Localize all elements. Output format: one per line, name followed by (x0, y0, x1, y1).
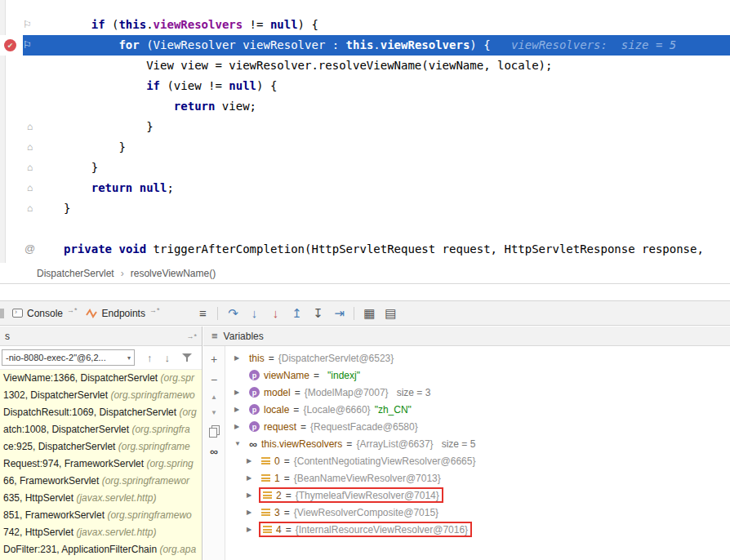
code-line[interactable]: return null; (0, 178, 730, 198)
run-to-cursor-icon[interactable]: ⇥ (328, 307, 349, 319)
watch-icon: ∞ (249, 438, 257, 450)
bookmark-flag-icon[interactable]: ⚐ (23, 20, 32, 29)
stack-frame[interactable]: Request:974, FrameworkServlet (org.sprin… (0, 456, 202, 473)
expand-arrow-icon[interactable]: ▶ (247, 491, 259, 499)
variable-row[interactable]: pviewName="indexj" (226, 367, 730, 384)
expand-arrow-icon[interactable]: ▶ (234, 389, 247, 396)
filter-icon[interactable] (182, 353, 192, 362)
variable-row[interactable]: ▶1={BeanNameViewResolver@7013} (226, 469, 730, 487)
variable-content: 1={BeanNameViewResolver@7013} (259, 470, 443, 486)
variable-name: model (264, 387, 291, 398)
code-token: ) { (298, 18, 318, 31)
show-watches-icon[interactable]: ∞ (210, 446, 218, 457)
remove-watch-icon[interactable]: − (211, 374, 217, 385)
tab-endpoints[interactable]: Endpoints →* (86, 308, 160, 319)
breadcrumb-method[interactable]: resolveViewName() (131, 268, 216, 279)
array-element-icon (261, 457, 270, 465)
frame-package: (javax.servlet.http) (76, 492, 156, 504)
frame-location: atch:1008, DispatcherServlet (3, 424, 131, 435)
code-line[interactable]: return view; (0, 96, 730, 117)
expand-arrow-icon[interactable]: ▶ (247, 509, 259, 516)
variable-row[interactable]: ▶4={InternalResourceViewResolver@7016} (226, 521, 730, 538)
variable-value: {BeanNameViewResolver@7013} (294, 473, 441, 484)
step-into-icon[interactable]: ↓ (243, 307, 265, 319)
add-watch-icon[interactable]: + (211, 353, 217, 365)
layout-settings-icon[interactable]: ▤ (380, 307, 401, 319)
stack-frame[interactable]: 742, HttpServlet (javax.servlet.http) (0, 524, 202, 541)
stack-frame[interactable]: DoFilter:231, ApplicationFilterChain (or… (0, 541, 202, 558)
stack-frame[interactable]: ce:925, DispatcherServlet (org.springfra… (0, 438, 202, 456)
variable-row[interactable]: ▶pmodel={ModelMap@7007}size = 3 (226, 384, 730, 401)
code-line[interactable]: } (0, 198, 730, 219)
current-execution-line[interactable]: for (ViewResolver viewResolver : this.vi… (0, 35, 730, 56)
code-line[interactable]: if (view != null) { (0, 76, 730, 96)
stack-frame[interactable]: atch:1008, DispatcherServlet (org.spring… (0, 421, 202, 438)
endpoints-tab-pin-icon[interactable]: →* (149, 306, 160, 314)
drop-frame-icon[interactable]: ↧ (307, 307, 328, 319)
previous-frame-icon[interactable]: ↑ (147, 352, 153, 364)
breadcrumb: DispatcherServlet › resolveViewName() (0, 263, 730, 284)
fold-marker-icon[interactable]: ⌂ (27, 122, 33, 131)
variable-content: prequest={RequestFacade@6580} (247, 419, 421, 434)
expand-arrow-icon[interactable]: ▶ (247, 457, 259, 464)
code-line[interactable]: } (0, 137, 730, 158)
parameter-icon: p (249, 387, 260, 398)
force-step-into-icon[interactable]: ↓ (265, 307, 286, 319)
stack-frame[interactable]: ViewName:1366, DispatcherServlet (org.sp… (0, 370, 202, 387)
code-line[interactable]: private void triggerAfterCompletion(Http… (0, 239, 730, 260)
copy-icon[interactable] (209, 425, 220, 437)
code-line[interactable]: } (0, 117, 730, 137)
bookmark-flag-icon[interactable]: ⚐ (23, 40, 32, 50)
fold-marker-icon[interactable]: ⌂ (27, 203, 33, 213)
variable-row[interactable]: ▶3={ViewResolverComposite@7015} (226, 504, 730, 521)
view-as-table-icon[interactable]: ▦ (358, 307, 380, 319)
scroll-up-icon[interactable]: ▲ (211, 394, 217, 401)
stack-frame[interactable]: 851, FrameworkServlet (org.springframewo (0, 507, 202, 524)
stack-frame[interactable]: 66, FrameworkServlet (org.springframewor (0, 473, 202, 490)
collapse-arrow-icon[interactable]: ▼ (234, 440, 247, 447)
stack-frame[interactable]: DispatchResult:1069, DispatcherServlet (… (0, 404, 202, 421)
tab-console[interactable]: Console →* (12, 308, 78, 319)
variable-row[interactable]: ▶prequest={RequestFacade@6580} (226, 418, 730, 435)
fold-marker-icon[interactable]: ⌂ (27, 162, 33, 172)
expand-arrow-icon[interactable]: ▶ (234, 354, 247, 362)
expand-arrow-icon[interactable]: ▶ (234, 406, 247, 413)
variables-menu-icon[interactable]: ≡ (211, 330, 218, 342)
code-line[interactable]: } (0, 158, 730, 178)
stack-frame[interactable]: 635, HttpServlet (javax.servlet.http) (0, 490, 202, 507)
code-token: view; (215, 100, 256, 113)
fold-marker-icon[interactable]: ⌂ (27, 142, 33, 152)
fold-marker-icon[interactable]: ⌂ (27, 183, 33, 193)
expand-arrow-icon[interactable]: ▶ (247, 526, 259, 533)
thread-dropdown[interactable]: -nio-8080-exec-2"@6,2... ▾ (2, 349, 135, 366)
console-tab-label: Console (27, 308, 63, 319)
hamburger-icon[interactable]: ≡ (192, 307, 213, 319)
variable-row[interactable]: ▶0={ContentNegotiatingViewResolver@6665} (226, 452, 730, 469)
expand-arrow-icon[interactable]: ▶ (234, 423, 247, 430)
variable-value: {ViewResolverComposite@7015} (294, 507, 438, 518)
next-frame-icon[interactable]: ↓ (165, 352, 171, 364)
variable-row[interactable]: ▶2={ThymeleafViewResolver@7014} (226, 487, 730, 504)
console-tab-pin-icon[interactable]: →* (67, 306, 78, 314)
array-element-glyph (261, 474, 270, 482)
code-line[interactable]: if (this.viewResolvers != null) { (0, 15, 730, 35)
variable-content: ∞this.viewResolvers={ArrayList@6637}size… (247, 436, 478, 451)
variable-row[interactable]: ▶plocale={Locale@6660}"zh_CN" (226, 401, 730, 418)
code-line[interactable] (0, 219, 730, 239)
frames-pin-icon[interactable]: →* (186, 332, 197, 340)
equals-sign: = (284, 507, 290, 518)
breadcrumb-class[interactable]: DispatcherServlet (37, 268, 114, 279)
breakpoint-icon[interactable]: ✔ (4, 39, 16, 51)
variable-row[interactable]: ▼∞this.viewResolvers={ArrayList@6637}siz… (226, 435, 730, 452)
variable-row[interactable]: ▶this={DispatcherServlet@6523} (226, 349, 730, 367)
code-token: . (373, 38, 380, 51)
stack-frame[interactable]: 1302, DispatcherServlet (org.springframe… (0, 387, 202, 404)
code-editor: if (this.viewResolvers != null) { for (V… (0, 0, 730, 263)
expand-arrow-icon[interactable]: ▶ (247, 474, 259, 482)
frame-package: (org.springfra (131, 424, 189, 435)
code-line[interactable]: View view = viewResolver.resolveViewName… (0, 56, 730, 76)
step-out-icon[interactable]: ↥ (286, 307, 307, 319)
step-over-icon[interactable]: ↷ (222, 307, 243, 319)
equals-sign: = (284, 473, 290, 484)
scroll-down-icon[interactable]: ▼ (211, 410, 217, 416)
